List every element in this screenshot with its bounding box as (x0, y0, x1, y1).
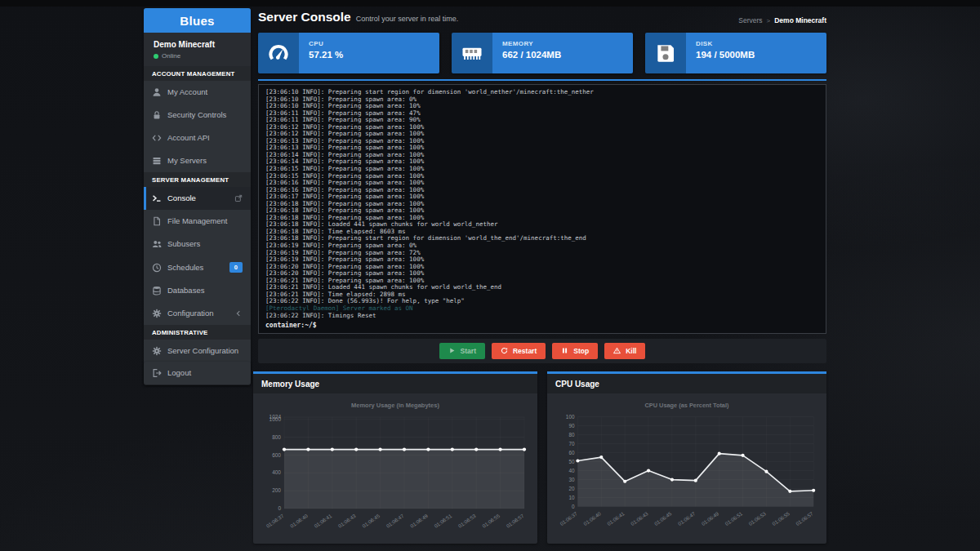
svg-text:1024: 1024 (270, 414, 282, 420)
svg-text:0: 0 (278, 505, 281, 511)
chart-panel-title: CPU Usage (547, 374, 826, 393)
svg-text:0: 0 (572, 504, 575, 509)
svg-text:CPU Usage (as Percent Total): CPU Usage (as Percent Total) (645, 402, 729, 409)
svg-text:30: 30 (568, 477, 575, 482)
svg-text:Memory Usage (in Megabytes): Memory Usage (in Megabytes) (351, 402, 439, 409)
restart-button[interactable]: Restart (492, 343, 546, 359)
chart-panel-cpu-usage: CPU UsageCPU Usage (as Percent Total)010… (547, 371, 826, 544)
logout-icon (152, 368, 162, 378)
console-prompt[interactable]: container:~/$ (265, 321, 819, 330)
console-log-line: [23:06:22 INFO]: Timings Reset (265, 313, 819, 320)
svg-text:01:06:37: 01:06:37 (559, 510, 578, 527)
sidebar-section-header-account-management: ACCOUNT MANAGEMENT (144, 66, 251, 81)
kill-button[interactable]: Kill (604, 343, 645, 359)
sidebar-item-label: Configuration (167, 309, 229, 318)
svg-text:70: 70 (568, 441, 575, 447)
svg-text:01:06:49: 01:06:49 (409, 513, 430, 529)
page-subtitle: Control your server in real time. (356, 15, 459, 23)
stat-value: 57.21 % (309, 50, 430, 60)
gear-icon (152, 309, 162, 318)
svg-text:01:06:51: 01:06:51 (724, 510, 743, 527)
sidebar-item-security-controls[interactable]: Security Controls (144, 104, 251, 127)
file-icon (152, 216, 162, 226)
stop-button[interactable]: Stop (552, 343, 598, 359)
sidebar-item-label: Console (167, 194, 229, 202)
button-label: Restart (513, 347, 537, 355)
svg-text:01:06:45: 01:06:45 (361, 513, 381, 529)
svg-text:01:06:53: 01:06:53 (747, 510, 767, 527)
svg-text:01:06:45: 01:06:45 (653, 510, 673, 527)
sidebar-item-label: My Account (167, 88, 243, 96)
svg-text:200: 200 (272, 487, 281, 493)
svg-text:01:06:40: 01:06:40 (582, 510, 602, 527)
svg-text:800: 800 (272, 434, 281, 440)
chevron-left-icon (234, 309, 243, 318)
stat-value: 194 / 5000MB (696, 50, 817, 60)
gauge-icon (258, 33, 299, 73)
svg-text:600: 600 (272, 452, 281, 458)
servers-icon (152, 156, 162, 166)
sidebar-item-label: My Servers (167, 157, 243, 165)
svg-text:01:06:51: 01:06:51 (433, 513, 453, 529)
breadcrumb-servers[interactable]: Servers (738, 16, 762, 24)
sidebar-section-header-administrative: ADMINISTRATIVE (144, 325, 251, 340)
svg-text:40: 40 (568, 468, 575, 473)
sidebar-item-subusers[interactable]: Subusers (144, 233, 251, 256)
sidebar-item-label: Logout (167, 369, 243, 377)
stat-card-cpu: CPU57.21 % (258, 33, 439, 73)
sidebar-item-label: Security Controls (167, 111, 243, 119)
console-panel: [23:06:10 INFO]: Preparing start region … (258, 79, 826, 335)
sidebar-item-logout[interactable]: Logout (144, 362, 251, 384)
sidebar-item-label: Schedules (167, 264, 224, 272)
gear-icon (152, 346, 162, 356)
charts-row: Memory UsageMemory Usage (in Megabytes)0… (253, 371, 826, 544)
logout-block: Logout (144, 362, 251, 384)
sidebar-item-label: Server Configuration (167, 347, 243, 355)
sidebar-item-databases[interactable]: Databases (144, 279, 251, 302)
chart-panel-memory-usage: Memory UsageMemory Usage (in Megabytes)0… (253, 371, 537, 544)
button-label: Stop (573, 347, 589, 355)
sidebar-item-configuration[interactable]: Configuration (144, 302, 251, 325)
schedules-count-badge: 0 (229, 262, 243, 273)
server-info: Demo Minecraft Online (144, 33, 251, 66)
button-label: Kill (626, 347, 636, 355)
svg-text:20: 20 (568, 486, 575, 491)
svg-text:01:06:49: 01:06:49 (701, 510, 720, 527)
sidebar-item-console[interactable]: Console (144, 187, 251, 210)
sidebar-item-server-configuration[interactable]: Server Configuration (144, 340, 251, 362)
stat-card-memory: MEMORY662 / 1024MB (452, 33, 633, 73)
control-buttons: StartRestartStopKill (258, 339, 826, 363)
svg-text:01:06:43: 01:06:43 (630, 510, 649, 527)
svg-text:80: 80 (568, 432, 575, 438)
sidebar-item-my-account[interactable]: My Account (144, 81, 251, 104)
server-name: Demo Minecraft (154, 40, 241, 50)
users-icon (152, 239, 162, 249)
lock-icon (152, 110, 162, 120)
svg-text:50: 50 (568, 459, 575, 464)
sidebar-item-account-api[interactable]: Account API (144, 127, 251, 149)
sidebar-item-my-servers[interactable]: My Servers (144, 149, 251, 172)
svg-text:01:06:43: 01:06:43 (337, 513, 358, 529)
breadcrumb: Servers>Demo Minecraft (738, 16, 826, 24)
app-logo[interactable]: Blues (144, 8, 251, 33)
console-log[interactable]: [23:06:10 INFO]: Preparing start region … (265, 89, 819, 319)
console-box: [23:06:10 INFO]: Preparing start region … (258, 84, 826, 334)
main-header: Server Console Control your server in re… (258, 10, 458, 24)
database-icon (152, 286, 162, 295)
svg-text:01:06:40: 01:06:40 (289, 513, 310, 529)
sidebar-item-label: File Management (167, 217, 243, 225)
svg-text:100: 100 (566, 414, 575, 420)
svg-text:01:06:55: 01:06:55 (771, 510, 791, 527)
warning-icon (613, 347, 621, 356)
sidebar-item-schedules[interactable]: Schedules0 (144, 256, 251, 279)
stat-card-body: DISK194 / 5000MB (686, 33, 826, 73)
start-button[interactable]: Start (439, 343, 485, 359)
svg-text:10: 10 (568, 495, 575, 500)
terminal-icon (152, 193, 162, 203)
sidebar-item-label: Databases (167, 287, 243, 295)
restart-icon (501, 347, 508, 356)
sidebar-nav: ACCOUNT MANAGEMENTMy AccountSecurity Con… (144, 66, 251, 385)
disk-icon (645, 33, 686, 73)
sidebar-item-label: Account API (167, 134, 243, 142)
sidebar-item-file-management[interactable]: File Management (144, 210, 251, 233)
